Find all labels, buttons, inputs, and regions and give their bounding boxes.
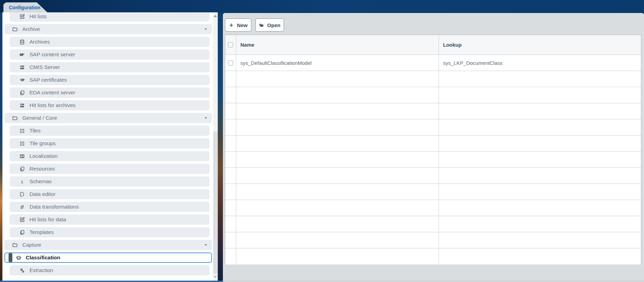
- sidebar-item-label: Classification: [26, 255, 60, 261]
- sidebar-item-tiles[interactable]: Tiles: [10, 126, 210, 136]
- folder-icon: [12, 26, 18, 32]
- tab-label: Configuration: [9, 5, 40, 10]
- grid-body: sys_DefaultClassificationModelsys_LKP_Do…: [225, 55, 641, 265]
- sidebar-item-label: General / Core: [22, 115, 57, 121]
- folder-icon: [12, 242, 18, 248]
- table-row-empty: [225, 168, 641, 184]
- desktop-wallpaper-strip: [0, 281, 223, 282]
- cell-lookup: [439, 119, 641, 136]
- plus-icon: [229, 23, 234, 28]
- table-row-empty: [225, 103, 641, 119]
- table-row-empty: [225, 232, 641, 248]
- table-row[interactable]: sys_DefaultClassificationModelsys_LKP_Do…: [225, 55, 641, 71]
- handshake-icon: [19, 77, 25, 83]
- sidebar-item-label: Hit lists: [29, 13, 47, 20]
- sidebar-item-cmis-server[interactable]: CMIS Server: [10, 62, 210, 72]
- grid-icon: [19, 128, 25, 134]
- sidebar-item-label: Tiles: [29, 128, 40, 134]
- scrollbar-up-arrow-icon[interactable]: [214, 15, 217, 17]
- info-icon: [19, 179, 25, 185]
- caret-down-icon: [203, 26, 208, 32]
- sidebar-item-label: Templates: [29, 229, 54, 235]
- row-checkbox-cell: [225, 248, 236, 265]
- cell-name: [236, 184, 439, 200]
- desktop-wallpaper-strip: [223, 280, 644, 282]
- sidebar-item-resources[interactable]: Resources: [10, 164, 210, 174]
- cell-lookup: [439, 136, 641, 152]
- sidebar-item-sap-content-server[interactable]: SAP content server: [10, 49, 210, 60]
- row-checkbox-cell: [225, 184, 236, 200]
- scrollbar-thumb[interactable]: [213, 131, 217, 274]
- row-checkbox-cell: [225, 168, 236, 184]
- cell-lookup: [439, 103, 641, 119]
- sidebar-item-label: Hit lists for data: [29, 216, 66, 223]
- swap-icon: [19, 204, 25, 210]
- file-edit-icon: [19, 191, 25, 197]
- sidebar-item-general-core[interactable]: General / Core: [4, 113, 212, 123]
- graduation-cap-icon: [16, 255, 22, 261]
- cell-lookup: [439, 200, 641, 216]
- cell-lookup: [439, 168, 641, 184]
- translate-icon: [19, 153, 25, 159]
- cell-name: [236, 119, 439, 136]
- folder-icon: [12, 115, 18, 121]
- cell-lookup: [439, 87, 641, 103]
- cell-name: [236, 232, 439, 248]
- sidebar-item-extraction[interactable]: Extraction: [10, 265, 210, 275]
- cell-name: [236, 152, 439, 168]
- cell-lookup: [439, 184, 641, 200]
- open-button[interactable]: Open: [255, 19, 284, 32]
- row-checkbox[interactable]: [228, 60, 233, 66]
- selected-marker: [9, 253, 12, 262]
- sidebar-item-hit-lists-for-data[interactable]: Hit lists for data: [10, 214, 210, 225]
- database-icon: [19, 39, 25, 45]
- sidebar-item-data-editor[interactable]: Data editor: [10, 189, 210, 199]
- cell-lookup: [439, 216, 641, 232]
- sidebar-item-label: Archives: [29, 39, 50, 45]
- sidebar-item-data-transformations[interactable]: Data transformations: [10, 202, 210, 212]
- cell-name: [236, 248, 439, 265]
- grid-header-lookup[interactable]: Lookup: [439, 35, 641, 55]
- sidebar-item-localization[interactable]: Localization: [10, 151, 210, 161]
- sidebar-item-hit-lists[interactable]: Hit lists: [10, 12, 210, 22]
- new-button[interactable]: New: [225, 19, 251, 32]
- sidebar-item-templates[interactable]: Templates: [10, 227, 210, 237]
- sidebar-item-label: Tile groups: [29, 140, 56, 146]
- grid-icon: [19, 141, 25, 146]
- sidebar-item-label: Capture: [22, 242, 41, 248]
- grid-header-row: Name Lookup: [225, 35, 641, 55]
- sidebar-item-label: CMIS Server: [29, 64, 60, 70]
- sidebar-item-sap-certificates[interactable]: SAP certificates: [10, 75, 210, 85]
- row-checkbox-cell: [225, 71, 236, 87]
- cell-name: sys_DefaultClassificationModel: [236, 55, 439, 71]
- sidebar-item-classification[interactable]: Classification: [4, 252, 212, 263]
- scrollbar-down-arrow-icon[interactable]: [214, 276, 217, 278]
- table-row-empty: [225, 119, 641, 136]
- sidebar-item-hit-lists-for-archives[interactable]: Hit lists for archives: [10, 100, 210, 110]
- caret-down-icon: [203, 115, 208, 121]
- select-all-checkbox[interactable]: [228, 42, 233, 47]
- desktop-wallpaper-strip: [0, 12, 2, 282]
- table-row-empty: [225, 136, 641, 152]
- sidebar-item-eda-content-server[interactable]: EDA content server: [10, 87, 210, 98]
- sidebar-item-label: Archive: [22, 26, 40, 32]
- sidebar-item-archives[interactable]: Archives: [10, 37, 210, 47]
- server-icon: [19, 103, 25, 108]
- table-row-empty: [225, 71, 641, 87]
- data-grid: Name Lookup sys_DefaultClassificationMod…: [225, 35, 641, 264]
- desktop-wallpaper-strip: [218, 12, 223, 282]
- sidebar-item-label: SAP content server: [29, 51, 75, 58]
- cell-name: [236, 200, 439, 216]
- sidebar-item-label: Schemas: [29, 178, 52, 185]
- sidebar-item-tile-groups[interactable]: Tile groups: [10, 138, 210, 149]
- table-row-empty: [225, 152, 641, 168]
- edit-icon: [19, 14, 25, 20]
- sidebar-scrollbar[interactable]: [213, 12, 218, 281]
- grid-header-name[interactable]: Name: [236, 35, 439, 55]
- table-row-empty: [225, 216, 641, 232]
- sidebar-item-archive[interactable]: Archive: [4, 24, 212, 34]
- sidebar-item-label: Data transformations: [29, 204, 79, 210]
- sidebar-item-capture[interactable]: Capture: [4, 240, 212, 250]
- sidebar-item-schemas[interactable]: Schemas: [10, 176, 210, 187]
- row-checkbox-cell: [225, 152, 236, 168]
